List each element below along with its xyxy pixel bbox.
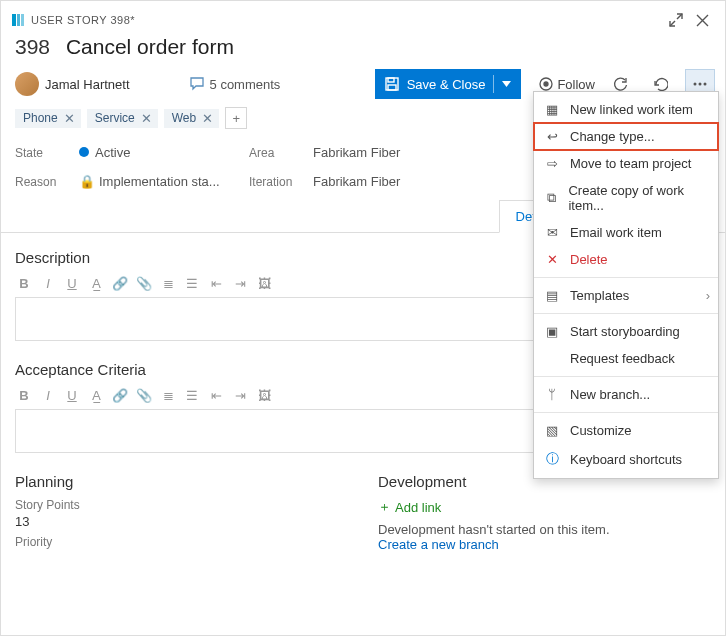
menu-create-copy[interactable]: ⧉ Create copy of work item... xyxy=(534,177,718,219)
menu-delete[interactable]: ✕ Delete xyxy=(534,246,718,273)
underline-icon[interactable]: U xyxy=(63,388,81,403)
storyboard-icon: ▣ xyxy=(544,324,560,339)
svg-point-8 xyxy=(694,83,697,86)
user-story-icon xyxy=(11,13,25,27)
italic-icon[interactable]: I xyxy=(39,388,57,403)
priority-label: Priority xyxy=(15,535,348,549)
tag-remove-icon[interactable]: ✕ xyxy=(141,111,152,126)
assignee-field[interactable]: Jamal Hartnett xyxy=(15,72,130,96)
add-tag-button[interactable]: + xyxy=(225,107,247,129)
menu-separator xyxy=(534,277,718,278)
window-header: USER STORY 398* xyxy=(1,1,725,35)
state-label: State xyxy=(15,146,79,160)
tag-remove-icon[interactable]: ✕ xyxy=(64,111,75,126)
menu-move-project[interactable]: ⇨ Move to team project xyxy=(534,150,718,177)
bold-icon[interactable]: B xyxy=(15,276,33,291)
menu-customize[interactable]: ▧ Customize xyxy=(534,417,718,444)
attachment-icon[interactable]: 📎 xyxy=(135,276,153,291)
refresh-icon xyxy=(613,77,628,92)
menu-email[interactable]: ✉ Email work item xyxy=(534,219,718,246)
bullet-list-icon[interactable]: ≣ xyxy=(159,276,177,291)
image-icon[interactable]: 🖼 xyxy=(255,388,273,403)
create-branch-link[interactable]: Create a new branch xyxy=(378,537,711,552)
font-size-icon[interactable]: A̲ xyxy=(87,276,105,291)
attachment-icon[interactable]: 📎 xyxy=(135,388,153,403)
menu-feedback[interactable]: Request feedback xyxy=(534,345,718,372)
work-item-type-label: USER STORY 398* xyxy=(31,14,135,26)
image-icon[interactable]: 🖼 xyxy=(255,276,273,291)
delete-icon: ✕ xyxy=(544,252,560,267)
number-list-icon[interactable]: ☰ xyxy=(183,388,201,403)
save-icon xyxy=(385,77,399,91)
follow-button[interactable]: Follow xyxy=(539,77,595,92)
svg-rect-0 xyxy=(12,14,16,26)
reason-field[interactable]: 🔒Implementation sta... xyxy=(79,174,249,189)
italic-icon[interactable]: I xyxy=(39,276,57,291)
menu-separator xyxy=(534,313,718,314)
templates-icon: ▤ xyxy=(544,288,560,303)
iteration-label: Iteration xyxy=(249,175,313,189)
email-icon: ✉ xyxy=(544,225,560,240)
undo-icon xyxy=(653,77,668,92)
indent-icon[interactable]: ⇥ xyxy=(231,276,249,291)
menu-storyboard[interactable]: ▣ Start storyboarding xyxy=(534,318,718,345)
menu-change-type[interactable]: ↩ Change type... xyxy=(534,123,718,150)
ellipsis-icon xyxy=(693,82,707,86)
customize-icon: ▧ xyxy=(544,423,560,438)
tag-remove-icon[interactable]: ✕ xyxy=(202,111,213,126)
planning-heading: Planning xyxy=(15,473,348,490)
work-item-title[interactable]: Cancel order form xyxy=(66,35,234,58)
svg-point-9 xyxy=(699,83,702,86)
add-link-label: Add link xyxy=(395,500,441,515)
development-section: Development ＋ Add link Development hasn'… xyxy=(378,467,711,552)
bullet-list-icon[interactable]: ≣ xyxy=(159,388,177,403)
move-icon: ⇨ xyxy=(544,156,560,171)
add-link-button[interactable]: ＋ Add link xyxy=(378,498,711,516)
bold-icon[interactable]: B xyxy=(15,388,33,403)
tag-item[interactable]: Web✕ xyxy=(164,109,219,128)
comments-button[interactable]: 5 comments xyxy=(190,77,281,92)
svg-rect-4 xyxy=(388,78,394,82)
follow-icon xyxy=(539,77,553,91)
change-type-icon: ↩ xyxy=(544,129,560,144)
save-close-button[interactable]: Save & Close xyxy=(375,69,522,99)
link-icon[interactable]: 🔗 xyxy=(111,388,129,403)
tag-label: Phone xyxy=(23,111,58,125)
assignee-name: Jamal Hartnett xyxy=(45,77,130,92)
state-field[interactable]: Active xyxy=(79,145,249,160)
story-points-label: Story Points xyxy=(15,498,348,512)
indent-icon[interactable]: ⇥ xyxy=(231,388,249,403)
menu-separator xyxy=(534,376,718,377)
underline-icon[interactable]: U xyxy=(63,276,81,291)
svg-rect-2 xyxy=(21,14,24,26)
development-status: Development hasn't started on this item. xyxy=(378,522,711,537)
save-button-label: Save & Close xyxy=(407,77,486,92)
new-linked-icon: ▦ xyxy=(544,102,560,117)
tag-label: Service xyxy=(95,111,135,125)
menu-separator xyxy=(534,412,718,413)
state-dot-icon xyxy=(79,147,89,157)
tag-item[interactable]: Phone✕ xyxy=(15,109,81,128)
reason-label: Reason xyxy=(15,175,79,189)
font-size-icon[interactable]: A̲ xyxy=(87,388,105,403)
outdent-icon[interactable]: ⇤ xyxy=(207,388,225,403)
number-list-icon[interactable]: ☰ xyxy=(183,276,201,291)
tag-label: Web xyxy=(172,111,196,125)
expand-icon[interactable] xyxy=(663,7,689,33)
menu-shortcuts[interactable]: ⓘ Keyboard shortcuts xyxy=(534,444,718,474)
info-icon: ⓘ xyxy=(544,450,560,468)
menu-templates[interactable]: ▤ Templates › xyxy=(534,282,718,309)
close-icon[interactable] xyxy=(689,7,715,33)
link-icon[interactable]: 🔗 xyxy=(111,276,129,291)
lock-icon: 🔒 xyxy=(79,174,95,189)
menu-new-branch[interactable]: ᛘ New branch... xyxy=(534,381,718,408)
follow-label: Follow xyxy=(557,77,595,92)
work-item-id: 398 xyxy=(15,35,50,58)
area-label: Area xyxy=(249,146,313,160)
tag-item[interactable]: Service✕ xyxy=(87,109,158,128)
menu-new-linked-item[interactable]: ▦ New linked work item xyxy=(534,96,718,123)
outdent-icon[interactable]: ⇤ xyxy=(207,276,225,291)
planning-section: Planning Story Points 13 Priority xyxy=(15,467,348,552)
story-points-value[interactable]: 13 xyxy=(15,514,348,529)
svg-point-10 xyxy=(704,83,707,86)
